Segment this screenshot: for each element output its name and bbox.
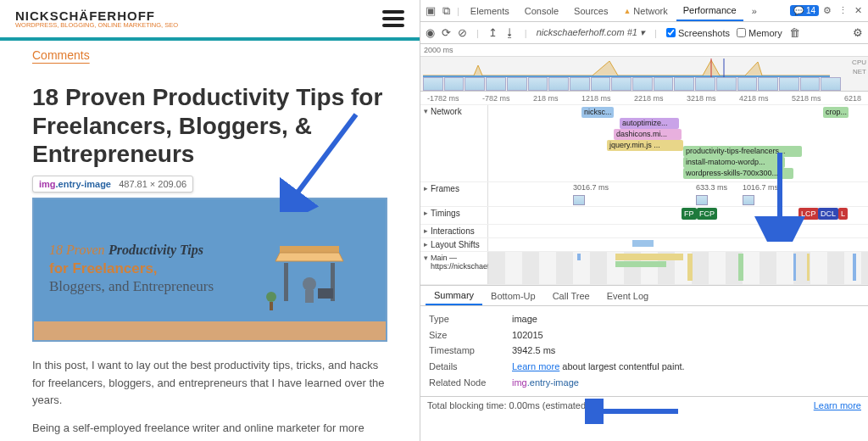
network-request[interactable]: productivity-tips-freelancers... — [683, 146, 802, 157]
timing-marker-fcp[interactable]: FCP — [697, 208, 717, 220]
recording-selector[interactable]: nickschaeferhoff.com #1 ▾ — [537, 27, 645, 38]
summary-tab-calltree[interactable]: Call Tree — [544, 286, 598, 305]
summary-body: Typeimage Size102015 Timestamp3942.5 ms … — [420, 306, 868, 396]
article-content: Comments 18 Proven Productivity Tips for… — [0, 41, 420, 441]
more-icon[interactable]: ⋮ — [836, 5, 849, 16]
clear-icon[interactable]: ⊘ — [458, 26, 467, 39]
svg-rect-13 — [615, 254, 683, 260]
tab-network[interactable]: Network — [616, 0, 674, 21]
device-toggle-icon[interactable]: ⧉ — [439, 4, 453, 18]
frame-duration: 1016.7 ms — [743, 183, 778, 192]
svg-rect-0 — [280, 246, 339, 253]
tab-performance[interactable]: Performance — [676, 0, 743, 21]
summary-tab-summary[interactable]: Summary — [426, 286, 482, 305]
svg-rect-18 — [807, 254, 810, 281]
frame-thumbnail[interactable] — [743, 195, 754, 205]
overview-ruler: 2000 ms — [420, 44, 868, 57]
svg-rect-12 — [577, 254, 581, 260]
svg-point-3 — [303, 277, 316, 291]
blocking-time: Total blocking time: 0.00ms (estimated) — [427, 400, 589, 410]
svg-rect-5 — [318, 288, 333, 299]
summary-size: 102015 — [512, 327, 543, 343]
timing-marker-l[interactable]: L — [838, 208, 848, 220]
main-track[interactable]: Main — https://nickschaeferhoff.com/ — [420, 252, 868, 285]
inspect-icon[interactable]: ▣ — [424, 4, 437, 17]
screenshots-checkbox[interactable]: Screenshots — [666, 28, 730, 38]
article-title: 18 Proven Productivity Tips for Freelanc… — [32, 83, 387, 169]
tab-console[interactable]: Console — [518, 0, 565, 21]
hero-illustration — [259, 237, 360, 322]
learn-more-link[interactable]: Learn more — [512, 361, 559, 371]
frame-thumbnail[interactable] — [696, 195, 708, 205]
cpu-graph — [423, 59, 830, 77]
svg-rect-14 — [615, 261, 666, 267]
element-tooltip: img.entry-image 487.81 × 209.06 — [32, 176, 193, 193]
flame-chart[interactable] — [488, 254, 861, 281]
network-track[interactable]: Network nicksc...autoptimize...dashicons… — [420, 105, 868, 182]
network-request[interactable]: autoptimize... — [620, 118, 679, 129]
detail-ruler[interactable]: -1782 ms-782 ms218 ms1218 ms2218 ms3218 … — [420, 92, 868, 105]
timing-marker-lcp[interactable]: LCP — [798, 208, 819, 220]
related-node-link[interactable]: img.entry-image — [512, 375, 579, 392]
status-bar: Total blocking time: 0.00ms (estimated) … — [420, 396, 868, 414]
site-header: NICKSCHÄFERHOFF WORDPRESS, BLOGGING, ONL… — [0, 0, 420, 32]
frame-thumbnail[interactable] — [573, 195, 585, 205]
logo-block[interactable]: NICKSCHÄFERHOFF WORDPRESS, BLOGGING, ONL… — [15, 8, 178, 29]
interactions-track[interactable]: Interactions — [420, 225, 868, 238]
timing-marker-fp[interactable]: FP — [682, 208, 697, 220]
devtools-tab-bar: ▣ ⧉ | Elements Console Sources Network P… — [420, 0, 868, 22]
close-icon[interactable]: ✕ — [851, 5, 865, 16]
svg-point-6 — [266, 292, 276, 302]
comments-link[interactable]: Comments — [32, 48, 90, 62]
entry-image[interactable]: 18 Proven Productivity Tips for Freelanc… — [32, 198, 387, 342]
frame-duration: 633.3 ms — [696, 183, 727, 192]
memory-checkbox[interactable]: Memory — [737, 28, 782, 38]
svg-rect-15 — [687, 254, 693, 281]
messages-badge[interactable]: 💬 14 — [790, 5, 819, 16]
upload-icon[interactable]: ↥ — [488, 26, 498, 39]
summary-type: image — [512, 311, 537, 327]
frame-duration: 3016.7 ms — [573, 183, 609, 192]
capture-settings-icon[interactable]: ⚙ — [853, 26, 863, 39]
logo-subtitle: WORDPRESS, BLOGGING, ONLINE MARKETING, S… — [15, 21, 178, 29]
reload-icon[interactable]: ⟳ — [442, 26, 451, 39]
paragraph: In this post, I want to lay out the best… — [32, 357, 387, 410]
status-learn-more[interactable]: Learn more — [814, 400, 861, 410]
network-request[interactable]: wordpress-skills-700x300... — [683, 168, 793, 179]
settings-icon[interactable]: ⚙ — [821, 5, 834, 16]
tab-elements[interactable]: Elements — [464, 0, 516, 21]
network-request[interactable]: nicksc... — [581, 107, 614, 118]
performance-toolbar: ◉ ⟳ ⊘ | ↥ ⭳ | nickschaeferhoff.com #1 ▾ … — [420, 22, 868, 44]
paragraph: Being a self-employed freelance writer a… — [32, 420, 387, 441]
svg-rect-19 — [853, 254, 856, 281]
trash-icon[interactable]: 🗑 — [789, 26, 800, 39]
network-request[interactable]: install-matomo-wordp... — [683, 157, 785, 168]
network-request[interactable]: dashicons.mi... — [614, 129, 682, 140]
summary-tab-eventlog[interactable]: Event Log — [598, 286, 658, 305]
menu-icon[interactable] — [382, 10, 404, 27]
overview-pane[interactable]: 2000 ms CPUNET — [420, 44, 868, 92]
overview-labels: CPUNET — [852, 58, 866, 76]
summary-timestamp: 3942.5 ms — [512, 343, 555, 359]
summary-tab-bar: Summary Bottom-Up Call Tree Event Log — [420, 286, 868, 306]
record-icon[interactable]: ◉ — [426, 26, 435, 39]
svg-rect-4 — [305, 290, 314, 303]
website-pane: NICKSCHÄFERHOFF WORDPRESS, BLOGGING, ONL… — [0, 0, 420, 441]
layout-shifts-track[interactable]: Layout Shifts — [420, 238, 868, 252]
summary-panel: Summary Bottom-Up Call Tree Event Log Ty… — [420, 285, 868, 441]
download-icon[interactable]: ⭳ — [504, 26, 515, 39]
svg-rect-16 — [738, 254, 743, 281]
tab-more[interactable]: » — [745, 0, 764, 21]
network-request[interactable]: jquery.min.js ... — [607, 140, 683, 151]
overview-filmstrip — [423, 77, 841, 91]
timing-marker-dcl[interactable]: DCL — [818, 208, 838, 220]
timings-track[interactable]: Timings FPFCPLCPDCLL — [420, 207, 868, 225]
frames-track[interactable]: Frames 3016.7 ms633.3 ms1016.7 ms — [420, 182, 868, 207]
devtools-pane: ▣ ⧉ | Elements Console Sources Network P… — [420, 0, 868, 441]
tab-sources[interactable]: Sources — [567, 0, 615, 21]
svg-rect-7 — [270, 302, 273, 310]
network-request[interactable]: crop... — [823, 107, 849, 118]
summary-tab-bottomup[interactable]: Bottom-Up — [482, 286, 544, 305]
svg-rect-1 — [284, 263, 288, 301]
svg-rect-17 — [793, 254, 796, 281]
